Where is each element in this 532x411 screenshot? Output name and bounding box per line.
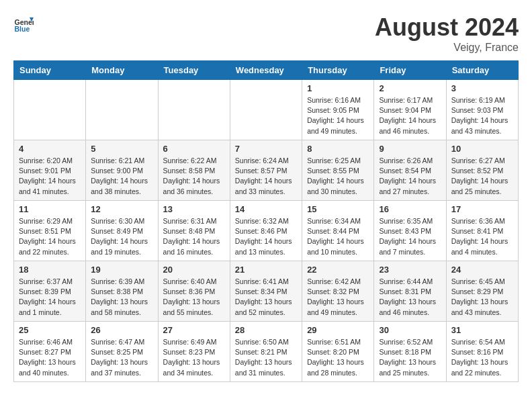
week-row-2: 4Sunrise: 6:20 AM Sunset: 9:01 PM Daylig… <box>14 140 519 201</box>
day-info: Sunrise: 6:39 AM Sunset: 8:38 PM Dayligh… <box>91 277 152 318</box>
day-cell: 31Sunrise: 6:54 AM Sunset: 8:16 PM Dayli… <box>446 322 518 382</box>
day-info: Sunrise: 6:49 AM Sunset: 8:23 PM Dayligh… <box>163 337 225 378</box>
day-info: Sunrise: 6:24 AM Sunset: 8:57 PM Dayligh… <box>235 156 297 197</box>
day-cell: 12Sunrise: 6:30 AM Sunset: 8:49 PM Dayli… <box>86 201 158 261</box>
day-number: 21 <box>235 265 297 275</box>
day-number: 4 <box>19 144 81 154</box>
col-header-wednesday: Wednesday <box>230 61 302 80</box>
day-cell <box>86 80 158 140</box>
day-info: Sunrise: 6:34 AM Sunset: 8:44 PM Dayligh… <box>307 216 369 257</box>
header: General Blue August 2024 Veigy, France <box>13 13 519 54</box>
day-number: 16 <box>379 204 441 214</box>
day-cell: 15Sunrise: 6:34 AM Sunset: 8:44 PM Dayli… <box>302 201 374 261</box>
day-number: 31 <box>451 325 513 335</box>
day-info: Sunrise: 6:54 AM Sunset: 8:16 PM Dayligh… <box>451 337 513 378</box>
col-header-thursday: Thursday <box>302 61 374 80</box>
day-cell <box>230 80 302 140</box>
day-cell: 25Sunrise: 6:46 AM Sunset: 8:27 PM Dayli… <box>14 322 86 382</box>
day-number: 19 <box>91 265 152 275</box>
day-number: 25 <box>19 325 81 335</box>
day-info: Sunrise: 6:26 AM Sunset: 8:54 PM Dayligh… <box>379 156 441 197</box>
day-cell: 26Sunrise: 6:47 AM Sunset: 8:25 PM Dayli… <box>86 322 158 382</box>
day-number: 29 <box>307 325 369 335</box>
day-number: 1 <box>307 83 369 93</box>
day-number: 11 <box>19 204 81 214</box>
day-number: 8 <box>307 144 369 154</box>
day-cell: 4Sunrise: 6:20 AM Sunset: 9:01 PM Daylig… <box>14 140 86 201</box>
day-number: 13 <box>163 204 225 214</box>
day-info: Sunrise: 6:50 AM Sunset: 8:21 PM Dayligh… <box>235 337 297 378</box>
day-number: 14 <box>235 204 297 214</box>
day-info: Sunrise: 6:44 AM Sunset: 8:31 PM Dayligh… <box>379 277 441 318</box>
week-row-3: 11Sunrise: 6:29 AM Sunset: 8:51 PM Dayli… <box>14 201 519 261</box>
day-cell <box>14 80 86 140</box>
day-info: Sunrise: 6:19 AM Sunset: 9:03 PM Dayligh… <box>451 95 513 136</box>
day-cell: 9Sunrise: 6:26 AM Sunset: 8:54 PM Daylig… <box>374 140 446 201</box>
day-number: 26 <box>91 325 152 335</box>
day-cell: 20Sunrise: 6:40 AM Sunset: 8:36 PM Dayli… <box>158 261 230 322</box>
day-number: 10 <box>451 144 513 154</box>
day-number: 24 <box>451 265 513 275</box>
day-cell: 14Sunrise: 6:32 AM Sunset: 8:46 PM Dayli… <box>230 201 302 261</box>
day-info: Sunrise: 6:29 AM Sunset: 8:51 PM Dayligh… <box>19 216 81 257</box>
day-info: Sunrise: 6:21 AM Sunset: 9:00 PM Dayligh… <box>91 156 152 197</box>
day-number: 12 <box>91 204 152 214</box>
day-cell: 7Sunrise: 6:24 AM Sunset: 8:57 PM Daylig… <box>230 140 302 201</box>
day-cell: 19Sunrise: 6:39 AM Sunset: 8:38 PM Dayli… <box>86 261 158 322</box>
col-header-tuesday: Tuesday <box>158 61 230 80</box>
day-cell: 17Sunrise: 6:36 AM Sunset: 8:41 PM Dayli… <box>446 201 518 261</box>
day-cell <box>158 80 230 140</box>
col-header-sunday: Sunday <box>14 61 86 80</box>
week-row-4: 18Sunrise: 6:37 AM Sunset: 8:39 PM Dayli… <box>14 261 519 322</box>
calendar-table: SundayMondayTuesdayWednesdayThursdayFrid… <box>13 60 519 382</box>
day-cell: 8Sunrise: 6:25 AM Sunset: 8:55 PM Daylig… <box>302 140 374 201</box>
day-info: Sunrise: 6:17 AM Sunset: 9:04 PM Dayligh… <box>379 95 441 136</box>
day-cell: 10Sunrise: 6:27 AM Sunset: 8:52 PM Dayli… <box>446 140 518 201</box>
day-number: 17 <box>451 204 513 214</box>
day-info: Sunrise: 6:27 AM Sunset: 8:52 PM Dayligh… <box>451 156 513 197</box>
day-info: Sunrise: 6:16 AM Sunset: 9:05 PM Dayligh… <box>307 95 369 136</box>
day-cell: 30Sunrise: 6:52 AM Sunset: 8:18 PM Dayli… <box>374 322 446 382</box>
day-info: Sunrise: 6:42 AM Sunset: 8:32 PM Dayligh… <box>307 277 369 318</box>
day-info: Sunrise: 6:40 AM Sunset: 8:36 PM Dayligh… <box>163 277 225 318</box>
day-cell: 24Sunrise: 6:45 AM Sunset: 8:29 PM Dayli… <box>446 261 518 322</box>
day-cell: 28Sunrise: 6:50 AM Sunset: 8:21 PM Dayli… <box>230 322 302 382</box>
day-cell: 2Sunrise: 6:17 AM Sunset: 9:04 PM Daylig… <box>374 80 446 140</box>
day-info: Sunrise: 6:20 AM Sunset: 9:01 PM Dayligh… <box>19 156 81 197</box>
day-cell: 22Sunrise: 6:42 AM Sunset: 8:32 PM Dayli… <box>302 261 374 322</box>
logo-icon: General Blue <box>13 13 34 34</box>
day-number: 5 <box>91 144 152 154</box>
day-cell: 11Sunrise: 6:29 AM Sunset: 8:51 PM Dayli… <box>14 201 86 261</box>
day-info: Sunrise: 6:32 AM Sunset: 8:46 PM Dayligh… <box>235 216 297 257</box>
col-header-friday: Friday <box>374 61 446 80</box>
day-number: 20 <box>163 265 225 275</box>
day-number: 18 <box>19 265 81 275</box>
day-info: Sunrise: 6:37 AM Sunset: 8:39 PM Dayligh… <box>19 277 81 318</box>
day-info: Sunrise: 6:51 AM Sunset: 8:20 PM Dayligh… <box>307 337 369 378</box>
day-info: Sunrise: 6:52 AM Sunset: 8:18 PM Dayligh… <box>379 337 441 378</box>
day-cell: 5Sunrise: 6:21 AM Sunset: 9:00 PM Daylig… <box>86 140 158 201</box>
location: Veigy, France <box>375 42 519 54</box>
week-row-1: 1Sunrise: 6:16 AM Sunset: 9:05 PM Daylig… <box>14 80 519 140</box>
day-cell: 27Sunrise: 6:49 AM Sunset: 8:23 PM Dayli… <box>158 322 230 382</box>
day-info: Sunrise: 6:36 AM Sunset: 8:41 PM Dayligh… <box>451 216 513 257</box>
day-info: Sunrise: 6:35 AM Sunset: 8:43 PM Dayligh… <box>379 216 441 257</box>
day-cell: 3Sunrise: 6:19 AM Sunset: 9:03 PM Daylig… <box>446 80 518 140</box>
day-info: Sunrise: 6:22 AM Sunset: 8:58 PM Dayligh… <box>163 156 225 197</box>
day-number: 3 <box>451 83 513 93</box>
day-cell: 6Sunrise: 6:22 AM Sunset: 8:58 PM Daylig… <box>158 140 230 201</box>
month-year: August 2024 <box>375 13 519 42</box>
day-cell: 21Sunrise: 6:41 AM Sunset: 8:34 PM Dayli… <box>230 261 302 322</box>
day-info: Sunrise: 6:30 AM Sunset: 8:49 PM Dayligh… <box>91 216 152 257</box>
day-cell: 29Sunrise: 6:51 AM Sunset: 8:20 PM Dayli… <box>302 322 374 382</box>
col-header-monday: Monday <box>86 61 158 80</box>
col-header-saturday: Saturday <box>446 61 518 80</box>
day-number: 6 <box>163 144 225 154</box>
day-number: 15 <box>307 204 369 214</box>
day-number: 9 <box>379 144 441 154</box>
day-cell: 18Sunrise: 6:37 AM Sunset: 8:39 PM Dayli… <box>14 261 86 322</box>
day-info: Sunrise: 6:25 AM Sunset: 8:55 PM Dayligh… <box>307 156 369 197</box>
day-number: 28 <box>235 325 297 335</box>
day-info: Sunrise: 6:46 AM Sunset: 8:27 PM Dayligh… <box>19 337 81 378</box>
week-row-5: 25Sunrise: 6:46 AM Sunset: 8:27 PM Dayli… <box>14 322 519 382</box>
